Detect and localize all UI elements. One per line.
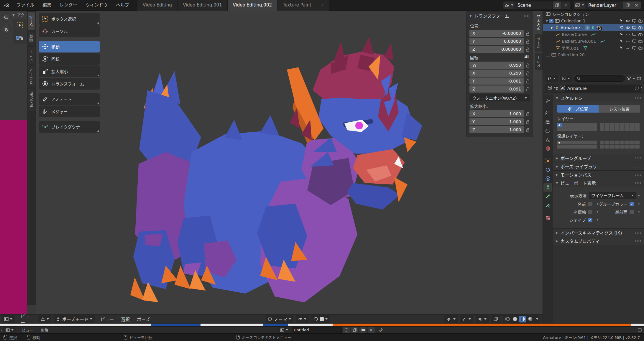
scale-y-field[interactable]: Y1.000 — [469, 118, 524, 125]
menu-file[interactable]: ファイル — [12, 0, 38, 10]
hidden-eye-icon[interactable] — [625, 39, 630, 43]
pose-data-icon[interactable] — [585, 25, 590, 30]
proportional-editing-toggle[interactable] — [311, 315, 330, 323]
tool-cursor[interactable]: カーソル — [39, 25, 100, 37]
snapping-dropdown[interactable] — [296, 315, 309, 323]
armature-name-input[interactable] — [567, 86, 635, 91]
tab-output-properties[interactable] — [543, 118, 552, 126]
scene-icon[interactable] — [503, 1, 514, 9]
add-workspace-button[interactable]: + — [317, 0, 329, 11]
lock-icon[interactable] — [526, 112, 530, 116]
section-bone-groups[interactable]: ボーングループ :::: — [553, 154, 644, 162]
new-collection-icon[interactable] — [637, 76, 642, 81]
tool-transform[interactable]: トランスフォーム — [39, 78, 100, 90]
menu-pose[interactable]: ポーズ — [133, 316, 153, 322]
location-y-field[interactable]: Y0.00000 — [469, 38, 524, 45]
menu-edit[interactable]: 編集 — [38, 0, 55, 10]
tab-bone-properties[interactable] — [543, 192, 552, 200]
hide-eye-icon[interactable] — [625, 26, 630, 29]
disable-viewport-icon[interactable] — [632, 19, 636, 23]
disable-viewport-icon[interactable] — [632, 33, 636, 36]
sidebar-tab-item[interactable]: アイテム — [535, 12, 543, 33]
filter-icon[interactable] — [627, 77, 635, 80]
view-layer-delete-button[interactable]: ✕ — [632, 1, 641, 9]
tab-tool[interactable]: ツール — [28, 12, 35, 30]
lock-icon[interactable] — [526, 31, 530, 36]
names-checkbox[interactable] — [588, 202, 592, 206]
shading-rendered-button[interactable] — [527, 316, 534, 322]
outliner-row-collection-1[interactable]: ▼ ✓ Collection 1 — [543, 17, 644, 24]
sequencer-strip-track[interactable] — [0, 323, 644, 326]
armature-data-icon[interactable] — [591, 26, 595, 30]
new-image-button[interactable] — [351, 327, 358, 333]
tool-annotate[interactable]: アノテート — [39, 93, 100, 105]
sequencer-strip[interactable] — [201, 324, 263, 326]
section-inverse-kinematics[interactable]: インバースキネマティクス (IK) :::: — [553, 228, 644, 237]
overlays-dropdown[interactable] — [476, 315, 489, 323]
outliner-row-plane-001[interactable]: 平面.001 — [543, 45, 644, 51]
sequencer-strip[interactable] — [288, 324, 333, 326]
active-tool-panel-header[interactable]: アク — [12, 12, 27, 17]
transform-panel-header[interactable]: トランスフォーム :::: — [466, 11, 533, 20]
pan-hand-button[interactable] — [2, 25, 11, 34]
outliner-row-collection-20[interactable]: Collection 20 — [543, 51, 644, 58]
scale-x-field[interactable]: X1.000 — [469, 110, 524, 117]
animate-dot[interactable]: • — [596, 218, 599, 222]
lock-icon[interactable] — [526, 63, 530, 67]
view-layer-icon[interactable] — [574, 1, 585, 9]
viewport-3d[interactable]: ボックス選択 カーソル 移動 回転 拡大縮小 トランスフォーム — [36, 11, 543, 323]
tab-bone-constraint-properties[interactable] — [543, 201, 552, 209]
section-motion-paths[interactable]: モーションパス :::: — [553, 170, 644, 179]
animate-dot[interactable]: • — [638, 202, 640, 206]
lock-icon[interactable] — [526, 79, 530, 83]
section-viewport-display[interactable]: ビューポート表示 :::: — [553, 179, 644, 187]
lock-icon[interactable] — [526, 128, 530, 132]
selectable-icon[interactable] — [620, 19, 623, 23]
disable-render-icon[interactable] — [638, 46, 643, 50]
disable-render-icon[interactable] — [638, 26, 643, 29]
sequencer-strip[interactable] — [333, 324, 631, 326]
editor-type-button[interactable] — [2, 315, 15, 323]
tool-box-select[interactable]: ボックス選択 — [39, 13, 100, 25]
tab-scene-properties[interactable] — [543, 136, 552, 144]
rotation-z-field[interactable]: Z0.091 — [469, 85, 524, 93]
outliner-row-armature[interactable]: ▶ Armature 2 — [543, 24, 644, 31]
disable-render-icon[interactable] — [638, 19, 643, 23]
lock-icon[interactable] — [526, 47, 530, 52]
expand-arrow-icon[interactable]: ▼ — [546, 19, 548, 22]
sequencer-strip[interactable] — [0, 324, 151, 326]
collection-checkbox[interactable] — [546, 53, 550, 57]
layers-grid[interactable] — [557, 123, 640, 131]
section-custom-properties[interactable]: カスタムプロパティ :::: — [553, 237, 644, 245]
view-layer-name[interactable]: RenderLayer — [585, 3, 623, 8]
tab-render-properties[interactable] — [543, 109, 552, 117]
tool-move[interactable]: 移動 — [39, 41, 100, 52]
armature-name-field[interactable] — [565, 85, 641, 92]
menu-window[interactable]: ウィンドウ — [81, 0, 112, 10]
rotation-mode-dropdown[interactable]: クォータニオン(WXYZ) — [469, 94, 530, 101]
menu-select[interactable]: 選択 — [117, 316, 133, 322]
sidebar-tab-tool[interactable]: ツール — [535, 34, 543, 52]
zoom-gizmo-button[interactable] — [2, 13, 11, 22]
visibility-dropdown[interactable] — [444, 315, 458, 323]
image-name-input[interactable] — [294, 328, 340, 332]
scale-z-field[interactable]: Z1.000 — [469, 126, 524, 133]
selectable-icon[interactable] — [620, 46, 623, 50]
orientation-dropdown[interactable]: ノーマ — [266, 315, 293, 323]
workspace-tab[interactable]: Texture Paint — [277, 0, 317, 11]
mesh-children-icon[interactable]: 2 — [596, 26, 600, 29]
menu-view[interactable]: ビュー — [97, 316, 117, 322]
unlink-image-button[interactable]: ✕ — [368, 327, 375, 333]
animate-dot[interactable]: • — [596, 210, 599, 214]
display-mode-dropdown[interactable] — [560, 75, 572, 82]
lock-icon[interactable] — [526, 71, 530, 75]
tab-world-properties[interactable] — [543, 144, 552, 153]
lock-icon[interactable] — [526, 87, 530, 91]
rotation-x-field[interactable]: X0.299 — [469, 70, 524, 77]
tab-constraints-properties[interactable] — [543, 166, 552, 174]
tab-texture-properties[interactable] — [543, 213, 552, 222]
disable-viewport-icon[interactable] — [632, 26, 636, 29]
view-layer-copy-button[interactable] — [623, 1, 632, 9]
sequencer-strip[interactable] — [151, 324, 201, 326]
outliner-row-beziercurve[interactable]: BezierCurve — [543, 31, 644, 38]
